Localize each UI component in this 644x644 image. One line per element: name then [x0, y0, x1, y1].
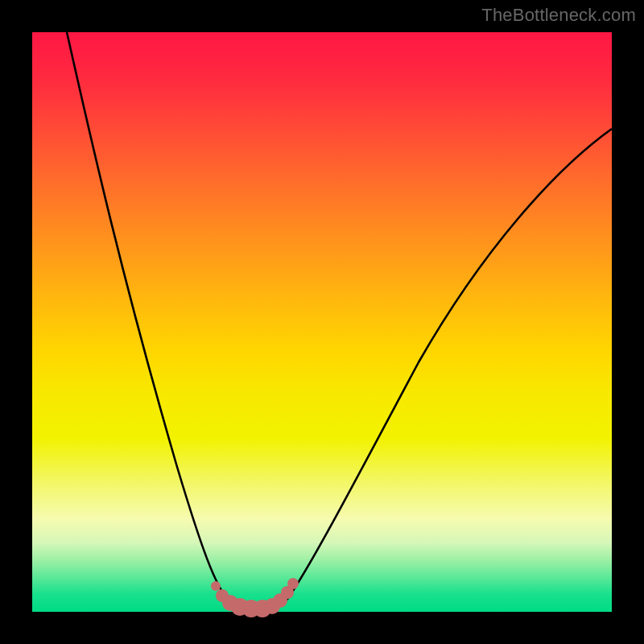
svg-point-9 [287, 578, 299, 589]
curve-layer [32, 32, 612, 612]
chart-frame: TheBottleneck.com [0, 0, 644, 644]
marker-group [211, 578, 299, 617]
watermark-text: TheBottleneck.com [481, 5, 636, 26]
bottleneck-curve [67, 32, 612, 609]
svg-point-0 [211, 581, 221, 591]
